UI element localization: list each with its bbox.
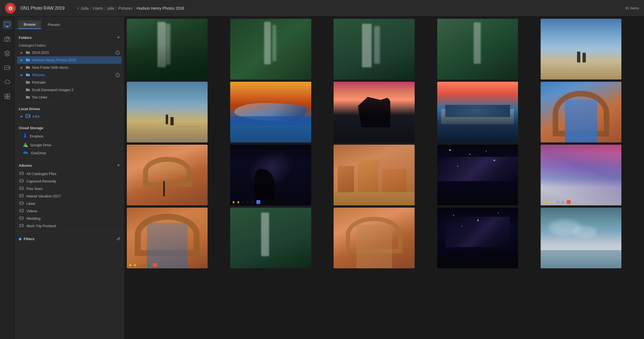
- folder-item-pictures[interactable]: ▶ Pictures: [17, 71, 122, 79]
- album-all-cataloged[interactable]: All Cataloged Files: [17, 170, 122, 178]
- albums-title: Albums: [19, 163, 32, 168]
- cloud-onedrive[interactable]: OneDrive: [17, 149, 122, 157]
- photo-cell[interactable]: [334, 208, 414, 268]
- album-name: All Cataloged Files: [26, 172, 56, 176]
- photo-cell[interactable]: [230, 82, 311, 142]
- svg-point-11: [8, 67, 9, 68]
- drive-name: Julia: [32, 114, 120, 118]
- photo-cell[interactable]: [541, 208, 621, 268]
- add-album-button[interactable]: +: [117, 163, 120, 168]
- divider: [17, 158, 122, 159]
- hdd-icon[interactable]: [2, 63, 12, 72]
- photo-cell[interactable]: [437, 145, 518, 205]
- album-liked[interactable]: Liked: [17, 200, 122, 207]
- folder-item-new[interactable]: ▶ New Folder With Items: [17, 64, 122, 71]
- folder-item-2014[interactable]: ▶ 2014:2015: [17, 49, 122, 56]
- breadcrumb-julia2[interactable]: julia: [107, 6, 114, 10]
- svg-point-9: [9, 38, 9, 39]
- folder-icon: [25, 73, 30, 77]
- photo-cell[interactable]: ★ ★ ☆ ☆ ☆: [230, 145, 311, 205]
- monitor-icon[interactable]: [2, 20, 12, 29]
- folder-icon: [25, 80, 30, 85]
- folders-title: Folders: [19, 36, 32, 40]
- divider: [17, 122, 122, 122]
- sidebar-tabs: Browse Presets: [14, 17, 124, 29]
- camera-icon[interactable]: [2, 34, 12, 44]
- grid-icon[interactable]: [2, 92, 12, 101]
- chevron-icon: ▶: [20, 51, 24, 54]
- cloud-storage-title: Cloud Storage: [19, 126, 43, 130]
- drive-julia[interactable]: ▶ Julia: [17, 113, 122, 120]
- photo-cell[interactable]: [230, 208, 311, 268]
- album-name: Videos: [26, 209, 37, 213]
- photo-cell[interactable]: [437, 82, 518, 142]
- svg-point-3: [10, 7, 11, 9]
- breadcrumb-users[interactable]: Users: [93, 6, 103, 10]
- back-button[interactable]: ‹: [77, 5, 79, 11]
- photo-cell[interactable]: [334, 82, 414, 142]
- folder-icon: [25, 50, 30, 55]
- album-hawaii[interactable]: Hawaii Vacation 2017: [17, 192, 122, 200]
- photo-cell[interactable]: [541, 82, 621, 142]
- album-icon: [19, 194, 24, 198]
- photo-cell[interactable]: [127, 19, 208, 80]
- cloud-icon[interactable]: [2, 77, 12, 87]
- folder-item-hudson[interactable]: ▶ Hudson Henry Photos 2018: [17, 56, 122, 64]
- photo-cell[interactable]: [437, 19, 518, 80]
- star-filled: ★: [547, 200, 551, 204]
- svg-rect-23: [20, 173, 23, 174]
- album-name: Captured Recently: [26, 179, 56, 183]
- cloud-dropbox[interactable]: Dropbox: [17, 132, 122, 141]
- photo-cell[interactable]: [127, 145, 208, 205]
- photo-cell[interactable]: ★ ★ ★ ☆ ☆: [541, 145, 621, 205]
- photo-cell[interactable]: [127, 82, 208, 142]
- layers-icon[interactable]: [2, 49, 12, 58]
- album-icon: [19, 216, 24, 221]
- album-icon: [19, 201, 24, 206]
- photo-cell[interactable]: [437, 208, 518, 268]
- folder-name: Tim Uhler: [32, 95, 120, 99]
- breadcrumb-pictures[interactable]: Pictures: [119, 6, 133, 10]
- svg-rect-37: [20, 225, 23, 226]
- star-filled: ★: [128, 263, 132, 267]
- cloud-storage-header: Cloud Storage: [17, 124, 122, 132]
- album-icon: [19, 209, 24, 213]
- sidebar-content: Folders + Cataloged Folders ▶ 2014:2015 …: [14, 29, 124, 339]
- star-filled: ★: [237, 200, 240, 204]
- folder-item-portraite[interactable]: ▶ Portraite: [17, 79, 122, 86]
- filters-section: Filters ↺: [17, 233, 122, 244]
- folder-name: 2014:2015: [32, 51, 114, 55]
- svg-rect-31: [20, 202, 23, 204]
- photo-cell[interactable]: [334, 145, 414, 205]
- star-filled: ★: [232, 200, 235, 204]
- svg-rect-5: [6, 26, 8, 27]
- star-empty: ☆: [556, 200, 560, 204]
- album-videos[interactable]: Videos: [17, 207, 122, 215]
- photo-cell[interactable]: [334, 19, 414, 80]
- reset-filters-button[interactable]: ↺: [116, 236, 120, 242]
- dropbox-label: Dropbox: [30, 134, 43, 138]
- chevron-icon: ▶: [20, 59, 24, 62]
- add-folder-button[interactable]: +: [117, 35, 120, 41]
- album-work-trip[interactable]: Work Trip Portland: [17, 222, 122, 230]
- breadcrumb-current[interactable]: Hudson Henry Photos 2018: [137, 6, 184, 10]
- album-captured[interactable]: Captured Recently: [17, 178, 122, 185]
- color-label-blue: [256, 200, 260, 204]
- photo-cell[interactable]: [230, 19, 311, 80]
- photo-overlay: ★ ★ ☆ ☆ ☆: [230, 199, 311, 205]
- folder-name: New Folder With Items: [32, 65, 120, 70]
- cloud-gdrive[interactable]: Google Drive: [17, 141, 122, 149]
- photo-cell[interactable]: [541, 19, 621, 80]
- tab-browse[interactable]: Browse: [18, 20, 41, 29]
- divider: [17, 103, 122, 103]
- star-filled: ★: [552, 200, 555, 204]
- album-wedding[interactable]: Wedding: [17, 215, 122, 222]
- album-five-stars[interactable]: Five Stars: [17, 185, 122, 192]
- local-drives-header: Local Drives: [17, 105, 122, 113]
- breadcrumb-julia[interactable]: Julia: [80, 6, 88, 10]
- photo-cell[interactable]: ★ ★ ☆ ☆ ☆: [127, 208, 208, 268]
- tab-presets[interactable]: Presets: [42, 20, 65, 29]
- folder-item-scott[interactable]: ▶ Scott Davenport Images 2: [17, 86, 122, 94]
- folder-item-tim[interactable]: ▶ Tim Uhler: [17, 94, 122, 101]
- filter-indicator: [19, 238, 22, 240]
